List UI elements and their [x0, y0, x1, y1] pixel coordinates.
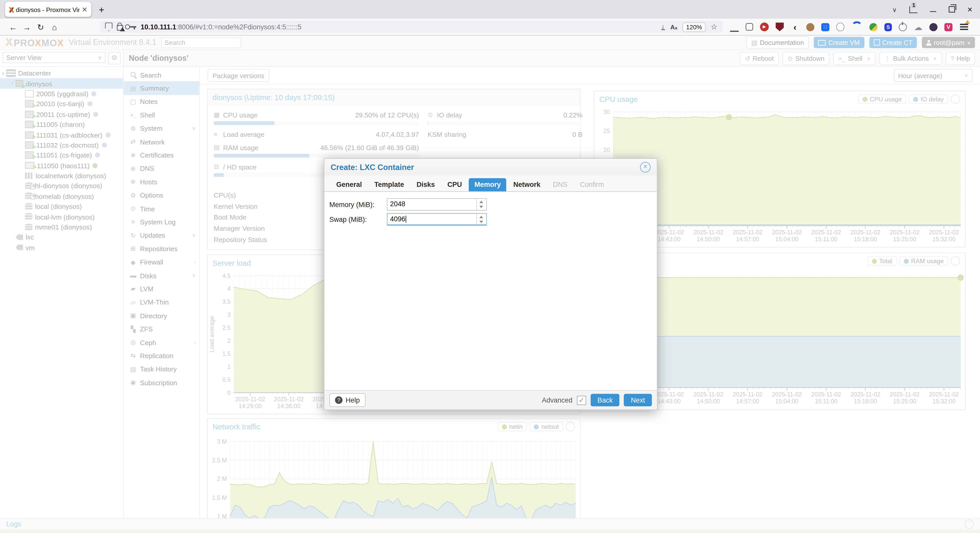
extension-icon[interactable]: V — [944, 23, 953, 31]
extension-icon[interactable]: ∷ — [821, 23, 829, 31]
help-icon: ? — [335, 396, 342, 404]
dialog-tab[interactable]: Template — [369, 178, 410, 191]
tab-close-icon[interactable]: ✕ — [82, 5, 88, 14]
url-bar[interactable]: 10.10.111.1:8006/#v1:0:=node%2Fdionysos:… — [100, 21, 722, 33]
dialog-tab[interactable]: Disks — [411, 178, 441, 191]
extension-icon[interactable] — [899, 23, 907, 31]
extension-icon[interactable] — [746, 23, 753, 31]
dialog-tab[interactable]: CPU — [442, 178, 468, 191]
zoom-indicator[interactable]: 120% — [683, 23, 705, 31]
extension-icon[interactable] — [776, 22, 784, 31]
tab-list-chevron-icon[interactable]: ∨ — [892, 6, 897, 13]
window-controls: ∨ 1 × — [892, 4, 973, 14]
dialog-footer: ?Help Advanced ✓ Back Next — [325, 390, 657, 409]
browser-tab-bar: X dionysos - Proxmox Virtual Envi ✕ + ∨ … — [0, 0, 980, 19]
swap-field-label: Swap (MiB): — [329, 216, 387, 223]
extension-icon[interactable] — [836, 22, 845, 31]
shield-icon[interactable] — [105, 22, 112, 31]
browser-tab[interactable]: X dionysos - Proxmox Virtual Envi ✕ — [5, 2, 91, 17]
back-button[interactable]: ← — [6, 22, 20, 32]
dialog-tab[interactable]: General — [331, 178, 368, 191]
screen: X dionysos - Proxmox Virtual Envi ✕ + ∨ … — [0, 0, 980, 533]
extension-icon[interactable]: ▶ — [760, 22, 769, 31]
extension-icon[interactable] — [806, 23, 815, 31]
tab-switcher-icon[interactable]: 1 — [909, 6, 918, 13]
window-minimize-button[interactable] — [930, 7, 936, 11]
dialog-close-icon[interactable]: × — [640, 162, 651, 173]
window-close-button[interactable]: × — [967, 4, 973, 14]
dialog-tab[interactable]: DNS — [547, 178, 573, 191]
key-icon[interactable] — [129, 26, 136, 27]
swap-field-row: Swap (MiB): 4096 — [329, 213, 652, 226]
swap-input[interactable]: 4096 — [387, 213, 487, 226]
bookmark-star-icon[interactable]: ☆ — [711, 22, 718, 31]
dialog-tab[interactable]: Network — [508, 178, 546, 191]
proxmox-app: XPROXMOX Virtual Environment 8.4.1 ▤Docu… — [0, 36, 980, 533]
extension-icon[interactable] — [851, 21, 862, 32]
extension-icon[interactable] — [870, 23, 878, 31]
forward-button[interactable]: → — [20, 22, 34, 32]
extension-icon[interactable] — [730, 22, 738, 32]
memory-field-row: Memory (MiB): 2048 — [329, 198, 652, 211]
back-button-dialog[interactable]: Back — [590, 394, 620, 406]
tab-title: dionysos - Proxmox Virtual Envi — [16, 6, 79, 13]
advanced-label: Advanced — [542, 396, 573, 404]
browser-toolbar: ← → ↻ ⌂ 10.10.111.1:8006/#v1:0:=node%2Fd… — [0, 19, 980, 35]
dialog-tabs: GeneralTemplateDisksCPUMemoryNetworkDNSC… — [325, 176, 657, 192]
extension-icon[interactable] — [929, 23, 938, 31]
extension-icon[interactable]: ☁ — [914, 22, 922, 31]
dialog-tab[interactable]: Memory — [469, 178, 506, 191]
insecure-lock-icon[interactable] — [117, 25, 123, 31]
translate-icon[interactable]: Aa — [670, 24, 677, 30]
menu-hamburger-icon[interactable] — [960, 22, 968, 32]
dialog-tab[interactable]: Confirm — [574, 178, 609, 191]
text-caret — [406, 216, 407, 223]
next-button-dialog[interactable]: Next — [624, 394, 652, 406]
new-tab-button[interactable]: + — [99, 4, 104, 15]
swap-spinner[interactable] — [476, 214, 486, 225]
home-button[interactable]: ⌂ — [48, 22, 61, 32]
proxmox-favicon: X — [9, 6, 13, 13]
window-restore-button[interactable] — [948, 6, 955, 12]
url-text: 10.10.111.1:8006/#v1:0:=node%2Fdionysos:… — [141, 23, 657, 31]
memory-input[interactable]: 2048 — [387, 198, 487, 211]
dialog-help-button[interactable]: ?Help — [329, 393, 366, 407]
save-page-icon[interactable]: ↓ — [661, 24, 665, 30]
advanced-checkbox[interactable]: ✓ — [577, 395, 586, 405]
extension-icons: ▶‹∷S☁V — [730, 21, 953, 32]
memory-field-label: Memory (MiB): — [329, 200, 387, 208]
create-lxc-dialog: Create: LXC Container × GeneralTemplateD… — [324, 158, 658, 410]
extension-icon[interactable]: ‹ — [791, 22, 799, 31]
reload-button[interactable]: ↻ — [34, 22, 48, 32]
memory-spinner[interactable] — [476, 199, 486, 210]
extension-icon[interactable]: S — [884, 23, 892, 31]
dialog-title: Create: LXC Container — [331, 163, 414, 172]
